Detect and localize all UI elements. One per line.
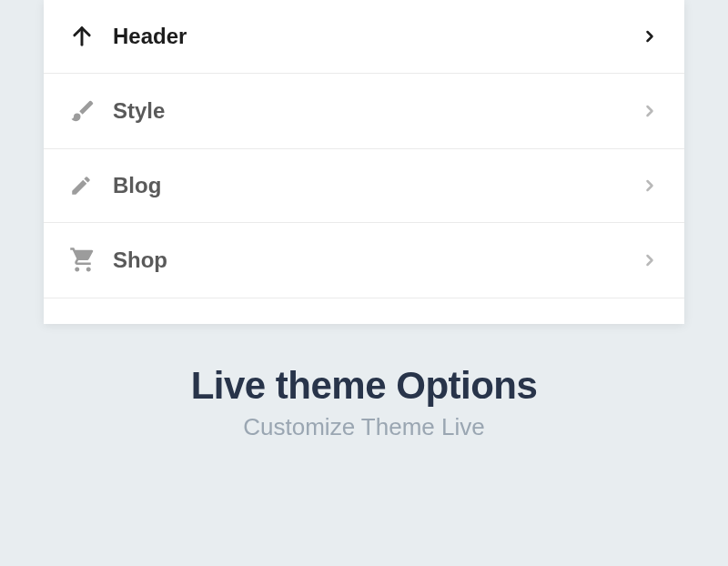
- heading-block: Live theme Options Customize Theme Live: [0, 364, 728, 441]
- chevron-right-icon: [641, 102, 659, 120]
- menu-item-label: Style: [113, 98, 641, 124]
- chevron-right-icon: [641, 251, 659, 269]
- menu-item-blog[interactable]: Blog: [44, 149, 684, 223]
- chevron-right-icon: [641, 177, 659, 195]
- menu-item-label: Blog: [113, 173, 641, 198]
- panel-bottom-spacer: [44, 298, 684, 324]
- chevron-right-icon: [641, 27, 659, 45]
- menu-item-label: Header: [113, 24, 641, 49]
- menu-item-shop[interactable]: Shop: [44, 223, 684, 298]
- pencil-icon: [69, 174, 102, 197]
- menu-item-header[interactable]: Header: [44, 0, 684, 74]
- options-panel: Header Style Blog: [44, 0, 684, 324]
- menu-item-style[interactable]: Style: [44, 74, 684, 149]
- cart-icon: [69, 247, 102, 274]
- menu-item-label: Shop: [113, 248, 641, 273]
- page-title: Live theme Options: [0, 364, 728, 408]
- brush-icon: [69, 97, 102, 125]
- arrow-up-icon: [69, 24, 102, 49]
- page-subtitle: Customize Theme Live: [0, 413, 728, 441]
